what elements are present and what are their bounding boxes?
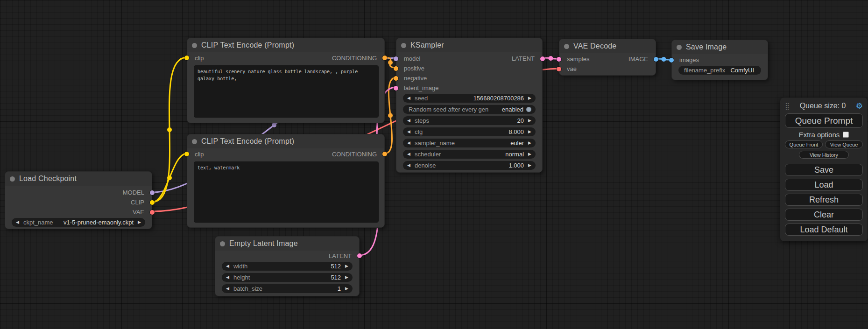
slot-label: images (679, 56, 699, 63)
node-save-image[interactable]: Save Image images filename_prefix ComfyU… (671, 40, 768, 80)
collapse-dot-icon[interactable] (192, 43, 197, 48)
node-load-checkpoint[interactable]: Load Checkpoint MODEL CLIP VAE ◀ ckpt_na… (5, 171, 152, 229)
latent-image-input-dot[interactable] (394, 86, 398, 91)
samples-input-dot[interactable] (557, 57, 561, 62)
arrow-right-icon[interactable]: ▶ (138, 220, 141, 224)
width-widget[interactable]: ◀ width 512 ▶ (222, 262, 353, 271)
ckpt-name-widget[interactable]: ◀ ckpt_name v1-5-pruned-emaonly.ckpt ▶ (12, 218, 145, 227)
arrow-left-icon[interactable]: ◀ (407, 152, 410, 156)
view-history-button[interactable]: View History (799, 151, 849, 159)
queue-actions-row: Queue Front View Queue (785, 140, 863, 148)
slot-label: model (404, 55, 420, 62)
collapse-dot-icon[interactable] (220, 241, 225, 246)
arrow-left-icon[interactable]: ◀ (407, 141, 410, 145)
slot-label: CONDITIONING (332, 55, 377, 62)
arrow-right-icon[interactable]: ▶ (345, 287, 348, 291)
node-header[interactable]: KSampler (396, 38, 542, 52)
node-title-label: CLIP Text Encode (Prompt) (201, 41, 294, 49)
collapse-dot-icon[interactable] (564, 44, 569, 49)
negative-prompt-textarea[interactable]: text, watermark (194, 161, 379, 223)
input-slot-images: images (672, 55, 768, 65)
slot-label: VAE (133, 209, 144, 216)
arrow-right-icon[interactable]: ▶ (528, 96, 531, 100)
arrow-left-icon[interactable]: ◀ (226, 287, 229, 291)
steps-widget[interactable]: ◀ steps 20 ▶ (403, 116, 536, 125)
batch-size-widget[interactable]: ◀ batch_size 1 ▶ (222, 284, 353, 293)
latent-output-dot[interactable] (357, 253, 362, 258)
view-queue-button[interactable]: View Queue (825, 140, 863, 148)
arrow-left-icon[interactable]: ◀ (226, 264, 229, 268)
arrow-left-icon[interactable]: ◀ (16, 220, 19, 224)
node-header[interactable]: Load Checkpoint (5, 172, 152, 186)
node-empty-latent-image[interactable]: Empty Latent Image LATENT ◀ width 512 ▶ … (215, 236, 360, 296)
widget-value: 156680208700286 (473, 95, 524, 102)
queue-front-button[interactable]: Queue Front (785, 140, 823, 148)
clip-input-dot[interactable] (184, 152, 189, 156)
node-clip-text-encode-negative[interactable]: CLIP Text Encode (Prompt) clip CONDITION… (187, 134, 385, 228)
positive-prompt-textarea[interactable]: beautiful scenery nature glass bottle la… (194, 65, 379, 118)
node-header[interactable]: Empty Latent Image (215, 237, 359, 251)
vae-output-dot[interactable] (150, 210, 155, 215)
sampler-name-widget[interactable]: ◀ sampler_name euler ▶ (403, 139, 536, 147)
arrow-left-icon[interactable]: ◀ (226, 275, 229, 280)
clear-button[interactable]: Clear (785, 209, 863, 221)
widget-label: steps (415, 117, 429, 124)
widget-value: enabled (502, 106, 523, 113)
toggle-indicator[interactable] (526, 107, 531, 112)
collapse-dot-icon[interactable] (192, 139, 197, 144)
node-header[interactable]: VAE Decode (559, 39, 656, 53)
conditioning-output-dot[interactable] (382, 152, 387, 156)
widget-value: 512 (331, 274, 341, 281)
graph-canvas[interactable]: Load Checkpoint MODEL CLIP VAE ◀ ckpt_na… (0, 0, 868, 329)
slot-label: latent_image (404, 84, 438, 91)
node-ksampler[interactable]: KSampler model LATENT positive negative … (396, 38, 543, 173)
latent-output-slot: LATENT (215, 251, 359, 261)
node-header[interactable]: CLIP Text Encode (Prompt) (187, 134, 384, 148)
image-output-dot[interactable] (654, 57, 658, 62)
random-seed-widget[interactable]: Random seed after every gen enabled (403, 105, 536, 114)
arrow-left-icon[interactable]: ◀ (407, 96, 410, 100)
negative-input-dot[interactable] (394, 76, 398, 81)
arrow-right-icon[interactable]: ▶ (528, 163, 531, 168)
denoise-widget[interactable]: ◀ denoise 1.000 ▶ (403, 161, 536, 170)
filename-prefix-widget[interactable]: filename_prefix ComfyUI (678, 66, 761, 75)
images-input-dot[interactable] (669, 58, 674, 63)
height-widget[interactable]: ◀ height 512 ▶ (222, 273, 353, 282)
arrow-right-icon[interactable]: ▶ (528, 130, 531, 134)
node-header[interactable]: CLIP Text Encode (Prompt) (187, 38, 384, 52)
load-default-button[interactable]: Load Default (785, 224, 863, 236)
cfg-widget[interactable]: ◀ cfg 8.000 ▶ (403, 127, 536, 136)
slot-label: LATENT (329, 252, 352, 259)
arrow-right-icon[interactable]: ▶ (528, 119, 531, 123)
collapse-dot-icon[interactable] (401, 43, 406, 48)
node-clip-text-encode-positive[interactable]: CLIP Text Encode (Prompt) clip CONDITION… (187, 38, 385, 123)
extra-options-checkbox[interactable] (843, 132, 849, 138)
load-button[interactable]: Load (785, 179, 863, 191)
collapse-dot-icon[interactable] (677, 45, 682, 50)
node-vae-decode[interactable]: VAE Decode samples IMAGE vae (559, 39, 656, 76)
arrow-left-icon[interactable]: ◀ (407, 119, 410, 123)
latent-output-dot[interactable] (540, 56, 545, 61)
node-header[interactable]: Save Image (672, 40, 768, 54)
clip-input-dot[interactable] (184, 56, 189, 60)
arrow-right-icon[interactable]: ▶ (528, 152, 531, 156)
clip-output-dot[interactable] (150, 200, 155, 205)
queue-prompt-button[interactable]: Queue Prompt (785, 113, 863, 128)
vae-input-dot[interactable] (557, 67, 561, 71)
drag-handle-icon[interactable]: ⣿ (785, 102, 790, 110)
refresh-button[interactable]: Refresh (785, 194, 863, 206)
settings-gear-icon[interactable]: ⚙ (856, 102, 863, 110)
model-input-dot[interactable] (394, 56, 398, 61)
collapse-dot-icon[interactable] (10, 176, 15, 182)
model-output-dot[interactable] (150, 190, 155, 195)
arrow-right-icon[interactable]: ▶ (528, 141, 531, 145)
scheduler-widget[interactable]: ◀ scheduler normal ▶ (403, 150, 536, 159)
positive-input-dot[interactable] (394, 66, 398, 71)
seed-widget[interactable]: ◀ seed 156680208700286 ▶ (403, 94, 536, 103)
conditioning-output-dot[interactable] (382, 56, 387, 60)
arrow-right-icon[interactable]: ▶ (345, 275, 348, 280)
save-button[interactable]: Save (785, 164, 863, 176)
arrow-left-icon[interactable]: ◀ (407, 130, 410, 134)
arrow-left-icon[interactable]: ◀ (407, 163, 410, 168)
arrow-right-icon[interactable]: ▶ (345, 264, 348, 268)
